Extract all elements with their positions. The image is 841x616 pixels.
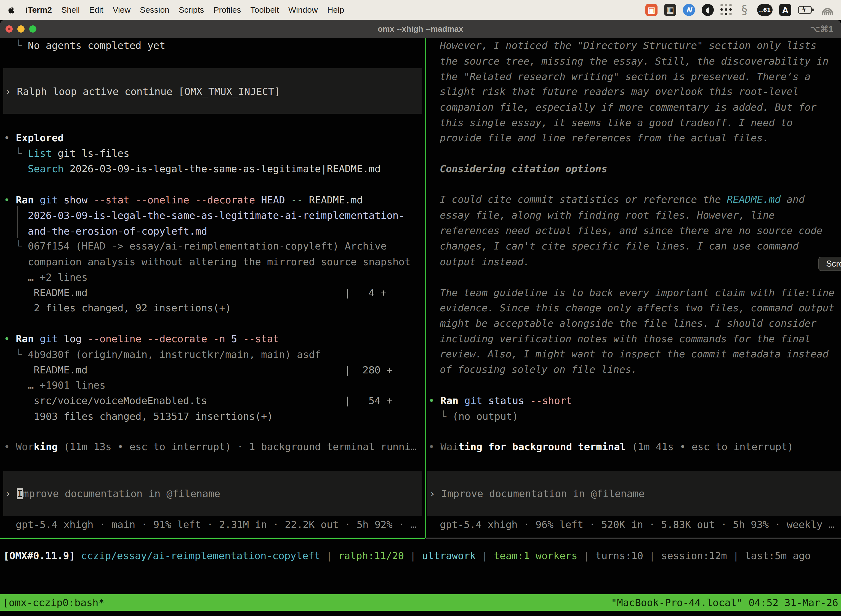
terminal-line: I could cite commit statistics or refere…: [440, 192, 804, 207]
terminal-line: However, I noticed the "Directory Struct…: [440, 38, 816, 53]
terminal-line: and-the-erosion-of-copyleft.md: [4, 224, 207, 239]
wifi-icon[interactable]: [821, 4, 834, 16]
apple-logo-icon[interactable]: [8, 6, 15, 14]
menu-item-session[interactable]: Session: [140, 5, 169, 15]
terminal-line: | 54 +: [344, 393, 393, 408]
terminal-line: src/voice/voiceModeEnabled.ts: [34, 393, 207, 408]
terminal-line: the source tree, missing the essay. Stil…: [440, 54, 829, 69]
terminal-line: provide file and line references from th…: [440, 130, 769, 146]
terminal-line: companion analysis without altering the …: [4, 254, 410, 270]
screenshot-tooltip-label: Scre: [826, 259, 841, 269]
terminal-line: gpt-5.4 xhigh · main · 91% left · 2.31M …: [16, 517, 416, 532]
terminal-line: • Ran git show --stat --oneline --decora…: [4, 192, 363, 208]
pane-divider: [425, 38, 426, 538]
terminal-line: the "Related research writing" section i…: [440, 69, 811, 84]
squiggle-route-icon[interactable]: §: [738, 4, 750, 16]
menu-item-toolbelt[interactable]: Toolbelt: [251, 5, 279, 15]
menu-item-edit[interactable]: Edit: [89, 5, 104, 15]
terminal-line: The team guideline is to back every impo…: [440, 285, 834, 301]
terminal-line: … +2 lines: [4, 270, 88, 285]
tmux-status-bar: [omx-cczip0:bash* "MacBook-Pro-44.local"…: [0, 594, 841, 611]
terminal-line: essay file, along with finding root file…: [440, 208, 775, 223]
terminal-line: of focusing solely on file lines.: [440, 362, 637, 377]
terminal-line: └ (no output): [428, 409, 518, 424]
terminal-line: 2 files changed, 92 insertions(+): [4, 300, 231, 316]
menu-item-view[interactable]: View: [113, 5, 130, 15]
terminal-line: might be acceptable alongside the file l…: [440, 316, 816, 331]
window-title: omx --xhigh --madmax: [0, 20, 841, 38]
terminal-line: slight risk that future readers may over…: [440, 84, 799, 99]
terminal-line: companion file, especially if more comme…: [440, 100, 816, 115]
terminal-line: Considering citation options: [440, 161, 607, 177]
chat-app-icon[interactable]: ▣: [645, 4, 658, 16]
terminal-area: └ No agents completed yet› Ralph loop ac…: [0, 0, 841, 616]
menu-item-window[interactable]: Window: [288, 5, 318, 15]
a-app-icon[interactable]: A: [779, 4, 791, 16]
screen: └ No agents completed yet› Ralph loop ac…: [0, 0, 841, 616]
terminal-line: • Waiting for background terminal (1m 41…: [428, 439, 793, 455]
battery-charge-icon[interactable]: ϟ: [798, 4, 815, 16]
dots-grid-icon[interactable]: [721, 4, 732, 16]
terminal-line: [OMX#0.11.9] cczip/essay/ai-reimplementa…: [3, 548, 811, 563]
terminal-line: | 4 +: [344, 285, 387, 301]
menu-items: iTerm2ShellEditViewSessionScriptsProfile…: [0, 5, 344, 15]
tmux-session-label: [omx-cczip0:bash*: [3, 597, 104, 608]
menu-bar: iTerm2ShellEditViewSessionScriptsProfile…: [0, 0, 841, 20]
terminal-line: • Explored: [4, 130, 64, 146]
battery-61-icon[interactable]: ..61: [757, 4, 772, 16]
terminal-line: • Ran git status --short: [428, 393, 572, 408]
menu-item-scripts[interactable]: Scripts: [179, 5, 204, 15]
terminal-line: this single essay, it seems like a good …: [440, 115, 793, 131]
window-title-bar: omx --xhigh --madmax ⌥⌘1: [0, 20, 841, 38]
terminal-line: including verification notes with those …: [440, 331, 811, 347]
terminal-line: › Improve documentation in @filename: [5, 486, 220, 502]
terminal-line: output instead.: [440, 254, 529, 270]
left-pane-bottom-border: [0, 538, 425, 539]
terminal-line: gpt-5.4 xhigh · 96% left · 520K in · 5.8…: [440, 517, 834, 532]
terminal-line: › Improve documentation in @filename: [429, 486, 645, 502]
terminal-line: └ List git ls-files: [4, 146, 129, 161]
blue-bolt-badge-icon[interactable]: N: [683, 4, 695, 16]
terminal-line: └ 4b9d30f (origin/main, instructkr/main,…: [4, 347, 321, 362]
terminal-line: └ No agents completed yet: [4, 38, 165, 53]
terminal-line: • Working (11m 13s • esc to interrupt) ·…: [4, 439, 417, 455]
right-pane-bottom-border: [426, 538, 841, 538]
terminal-line: references need actual files, and since …: [440, 223, 822, 238]
crescent-app-icon[interactable]: ◖: [702, 4, 714, 16]
terminal-line: • Ran git log --oneline --decorate -n 5 …: [4, 331, 279, 347]
menu-item-help[interactable]: Help: [327, 5, 344, 15]
window-shortcut-badge: ⌥⌘1: [810, 20, 833, 38]
terminal-line: └ 067f154 (HEAD -> essay/ai-reimplementa…: [4, 238, 387, 254]
tmux-host-clock: "MacBook-Pro-44.local" 04:52 31-Mar-26: [611, 597, 838, 608]
terminal-line: evidence. Since this change only affects…: [440, 300, 834, 316]
terminal-line: 1903 files changed, 513517 insertions(+): [4, 409, 273, 424]
terminal-line: README.md: [34, 285, 88, 301]
terminal-line: | 280 +: [344, 362, 393, 378]
terminal-line: Search 2026-03-09-is-legal-the-same-as-l…: [4, 161, 381, 177]
terminal-line: … +1901 lines: [4, 378, 105, 393]
screenshot-tooltip[interactable]: Scre: [818, 257, 841, 271]
terminal-line: › Ralph loop active continue [OMX_TMUX_I…: [5, 84, 280, 99]
terminal-line: changes, I can't cite specific file line…: [440, 238, 799, 254]
menu-status-icons: ▣▦N◖§..61Aϟ: [645, 4, 841, 16]
menu-item-iterm2[interactable]: iTerm2: [25, 5, 52, 15]
terminal-line: README.md: [34, 362, 88, 378]
shield-grid-icon[interactable]: ▦: [664, 4, 676, 16]
terminal-line: review. Also, I might want to inspect th…: [440, 346, 829, 362]
menu-item-profiles[interactable]: Profiles: [213, 5, 241, 15]
terminal-line: 2026-03-09-is-legal-the-same-as-legitima…: [4, 208, 404, 223]
menu-item-shell[interactable]: Shell: [61, 5, 80, 15]
